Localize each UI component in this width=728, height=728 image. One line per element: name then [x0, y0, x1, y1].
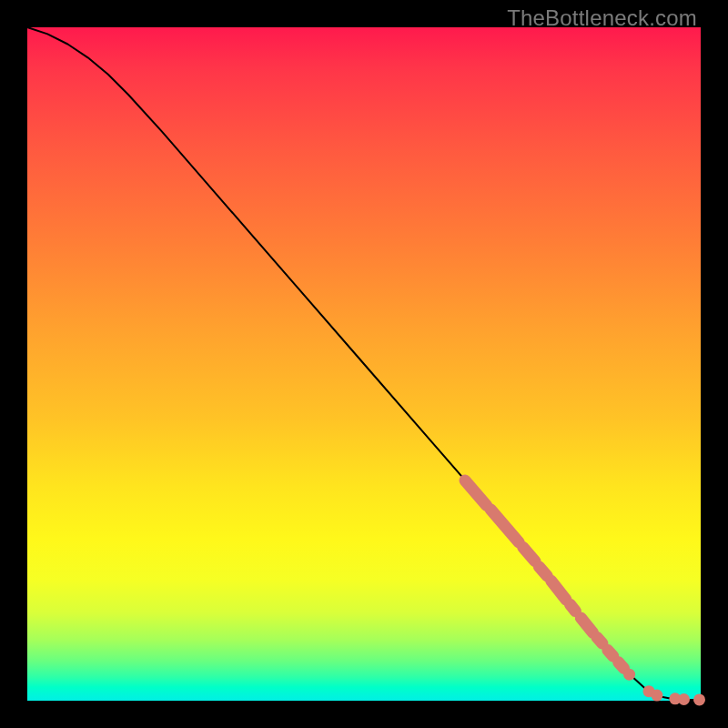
chart-overlay — [27, 27, 701, 701]
highlight-dash — [523, 547, 535, 561]
tail-point — [651, 690, 662, 702]
plot-area — [27, 27, 701, 701]
tail-point — [623, 669, 635, 681]
highlight-dash — [551, 581, 566, 600]
highlight-dash — [597, 637, 602, 643]
highlight-dash — [465, 480, 487, 505]
highlight-segments — [465, 480, 624, 668]
highlight-dash — [539, 567, 547, 576]
bottleneck-curve — [27, 27, 701, 700]
watermark-text: TheBottleneck.com — [507, 5, 697, 31]
highlight-dash — [581, 618, 592, 632]
highlight-dash — [619, 662, 624, 669]
highlight-dash — [570, 604, 575, 611]
highlight-dash — [608, 651, 613, 657]
chart-frame: TheBottleneck.com — [0, 0, 728, 728]
tail-point — [678, 693, 690, 705]
tail-point — [693, 693, 705, 705]
highlight-dash — [490, 510, 519, 542]
